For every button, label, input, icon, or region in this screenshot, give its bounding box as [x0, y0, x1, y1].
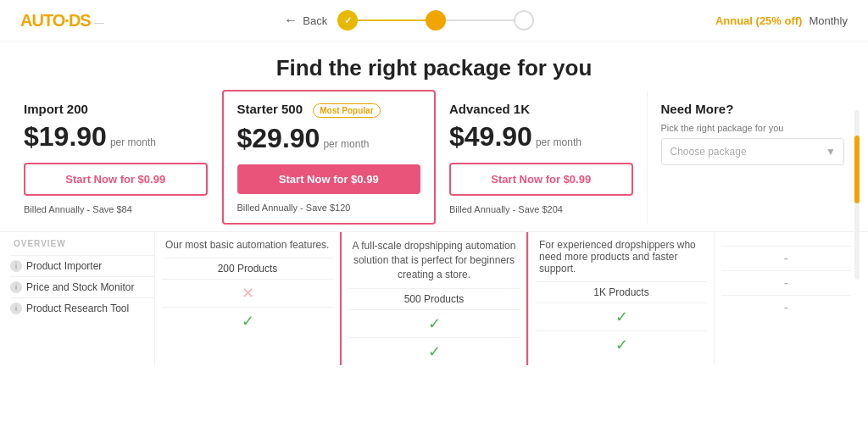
package-select-wrapper: Choose package Starter 500 Advanced 1K E… — [661, 138, 845, 165]
feature-val-research-import200: ✓ — [162, 307, 333, 335]
plan-advanced1k: Advanced 1K $49.90 per month Start Now f… — [436, 92, 648, 225]
feature-val-monitor-need-more: - — [721, 270, 851, 295]
overview-advanced1k: For experienced dropshippers who need mo… — [536, 232, 707, 281]
plan-advanced1k-name: Advanced 1K — [449, 102, 633, 116]
research-val-import200: ✓ — [162, 312, 333, 330]
scrollbar-thumb[interactable] — [854, 136, 860, 203]
plan-import200-period: per month — [110, 136, 156, 148]
plan-starter500-amount: $29.90 — [237, 123, 320, 154]
plan-starter500-cta[interactable]: Start Now for $0.99 — [237, 164, 421, 194]
back-label: Back — [303, 14, 327, 27]
feature-val-research-need-more: - — [721, 295, 851, 319]
overview-import200: Our most basic automation features. — [162, 232, 333, 258]
step-1-circle: ✓ — [337, 10, 358, 31]
overview-starter500: A full-scale dropshipping automation sol… — [348, 232, 520, 288]
logo-ds: DS — [69, 11, 91, 30]
logo: AUTO·DS— — [20, 11, 103, 31]
feature-val-research-advanced1k: ✓ — [536, 330, 707, 358]
plan-advanced1k-price: $49.90 per month — [449, 121, 633, 153]
top-nav: AUTO·DS— ← Back ✓ Annual (25% off) Month… — [0, 0, 868, 42]
logo-text: AUTO — [20, 11, 64, 30]
importer-val-import200: 200 Products — [162, 263, 333, 275]
feature-val-importer-need-more: - — [721, 246, 851, 270]
need-more-title: Need More? — [661, 102, 845, 116]
pricing-area: Import 200 $19.90 per month Start Now fo… — [0, 92, 868, 225]
page-title-section: Find the right package for you — [0, 42, 868, 92]
plan-import200-name: Import 200 — [24, 102, 208, 116]
info-icon-price-monitor[interactable]: i — [10, 281, 22, 293]
features-starter500-col: A full-scale dropshipping automation sol… — [340, 232, 528, 365]
plan-advanced1k-billing-note: Billed Annually - Save $204 — [449, 204, 633, 214]
feature-labels-col: OVERVIEW i Product Importer i Price and … — [10, 232, 154, 365]
importer-val-starter500: 500 Products — [348, 293, 520, 305]
logo-dash: — — [94, 17, 103, 29]
package-select[interactable]: Choose package Starter 500 Advanced 1K E… — [661, 138, 845, 165]
feature-label-product-importer: i Product Importer — [10, 260, 146, 272]
step-3-circle — [514, 10, 534, 31]
plan-starter500-period: per month — [323, 138, 369, 150]
pick-package-label: Pick the right package for you — [661, 123, 845, 133]
monitor-val-starter500: ✓ — [348, 314, 520, 333]
plan-import200-cta[interactable]: Start Now for $0.99 — [24, 163, 208, 196]
feature-label-text-research-tool: Product Research Tool — [26, 302, 129, 314]
step-line-2 — [446, 19, 514, 21]
feature-label-text-product-importer: Product Importer — [26, 260, 102, 272]
need-more-col: Need More? Pick the right package for yo… — [648, 92, 859, 225]
feature-label-text-price-monitor: Price and Stock Monitor — [26, 281, 134, 293]
step-2-circle — [426, 10, 446, 31]
feature-val-monitor-import200: ✕ — [162, 279, 333, 307]
progress-bar: ← Back ✓ — [284, 10, 534, 31]
features-advanced1k-col: For experienced dropshippers who need mo… — [528, 232, 714, 365]
back-button[interactable]: ← Back — [284, 13, 327, 28]
research-val-advanced1k: ✓ — [536, 336, 707, 354]
plan-advanced1k-amount: $49.90 — [449, 121, 532, 153]
features-area: OVERVIEW i Product Importer i Price and … — [0, 231, 868, 365]
research-val-starter500: ✓ — [348, 342, 520, 361]
overview-need-more — [721, 232, 851, 246]
plan-starter500-billing-note: Billed Annually - Save $120 — [237, 203, 421, 213]
plan-starter500: Starter 500 Most Popular $29.90 per mont… — [222, 90, 437, 225]
plan-import200-price: $19.90 per month — [24, 121, 208, 153]
plan-starter500-name: Starter 500 Most Popular — [237, 102, 421, 118]
plan-starter500-price: $29.90 per month — [237, 123, 421, 154]
info-icon-research-tool[interactable]: i — [10, 302, 22, 314]
feature-row-price-monitor: i Price and Stock Monitor — [10, 276, 154, 297]
monitor-val-import200: ✕ — [162, 284, 333, 302]
feature-val-research-starter500: ✓ — [348, 337, 520, 365]
feature-val-importer-import200: 200 Products — [162, 258, 333, 279]
back-arrow-icon: ← — [284, 13, 298, 28]
monitor-val-advanced1k: ✓ — [536, 308, 707, 326]
feature-val-importer-advanced1k: 1K Products — [536, 281, 707, 302]
feature-val-monitor-advanced1k: ✓ — [536, 302, 707, 330]
features-import200-col: Our most basic automation features. 200 … — [154, 232, 340, 365]
info-icon-product-importer[interactable]: i — [10, 260, 22, 272]
feature-label-research-tool: i Product Research Tool — [10, 302, 146, 314]
plan-import200-billing-note: Billed Annually - Save $84 — [24, 204, 208, 214]
monitor-dash-need-more: - — [721, 275, 851, 291]
plan-advanced1k-cta[interactable]: Start Now for $0.99 — [449, 163, 633, 196]
feature-label-price-monitor: i Price and Stock Monitor — [10, 281, 146, 293]
most-popular-badge: Most Popular — [313, 103, 380, 118]
feature-val-monitor-starter500: ✓ — [348, 309, 520, 337]
plan-advanced1k-period: per month — [536, 136, 581, 148]
feature-row-research-tool: i Product Research Tool — [10, 297, 154, 319]
importer-val-advanced1k: 1K Products — [536, 286, 707, 298]
research-dash-need-more: - — [721, 300, 851, 315]
step-line-1 — [358, 19, 426, 21]
plan-import200-amount: $19.90 — [24, 121, 107, 153]
feature-val-importer-starter500: 500 Products — [348, 288, 520, 309]
plan-import200: Import 200 $19.90 per month Start Now fo… — [10, 92, 222, 225]
importer-dash-need-more: - — [721, 251, 851, 266]
page-title: Find the right package for you — [0, 55, 868, 81]
overview-section-label: OVERVIEW — [10, 232, 154, 255]
billing-annual-label[interactable]: Annual (25% off) — [715, 14, 803, 27]
features-need-more-col: - - - — [714, 232, 858, 365]
billing-toggle: Annual (25% off) Monthly — [715, 14, 848, 27]
feature-row-product-importer: i Product Importer — [10, 255, 154, 276]
billing-monthly-label[interactable]: Monthly — [809, 14, 848, 27]
